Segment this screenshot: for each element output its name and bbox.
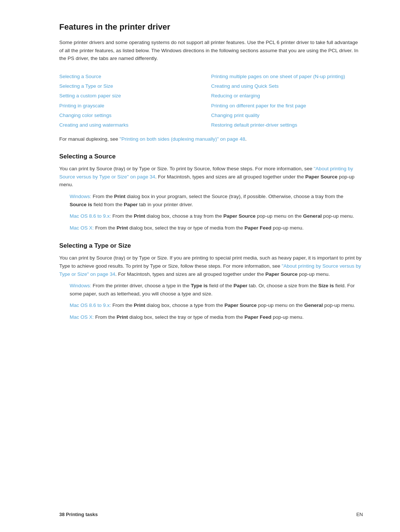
toc-right-link-1[interactable]: Creating and using Quick Sets <box>211 83 363 90</box>
section-selecting-source: Selecting a Source You can print by Sour… <box>59 153 363 232</box>
toc-left-link-1[interactable]: Selecting a Type or Size <box>59 83 211 90</box>
intro-paragraph: Some printer drivers and some operating … <box>59 39 363 63</box>
footer-page-number: 38 Printing tasks <box>59 512 98 517</box>
toc-left-link-0[interactable]: Selecting a Source <box>59 73 211 80</box>
subsection-macosx-typesize: Mac OS X: From the Print dialog box, sel… <box>70 313 359 321</box>
toc-grid: Selecting a SourceSelecting a Type or Si… <box>59 73 363 129</box>
toc-left-link-2[interactable]: Setting a custom paper size <box>59 92 211 100</box>
subsection-macosx-source: Mac OS X: From the Print dialog box, sel… <box>70 224 359 232</box>
subsection-label-windows-typesize: Windows: <box>70 283 93 288</box>
footer: 38 Printing tasks EN <box>59 512 363 517</box>
subsection-label-macos86-source: Mac OS 8.6 to 9.x: <box>70 213 113 219</box>
toc-left-link-3[interactable]: Printing in grayscale <box>59 102 211 110</box>
toc-right-link-3[interactable]: Printing on different paper for the firs… <box>211 102 363 110</box>
subsection-macos86-source: Mac OS 8.6 to 9.x: From the Print dialog… <box>70 212 359 220</box>
section-selecting-type-size: Selecting a Type or Size You can print b… <box>59 242 363 321</box>
subsection-windows-source: Windows: From the Print dialog box in yo… <box>70 193 359 208</box>
subsection-label-macosx-source: Mac OS X: <box>70 225 95 231</box>
subsection-text-macosx-typesize: From the Print dialog box, select the tr… <box>95 314 304 320</box>
footer-language: EN <box>356 512 363 517</box>
toc-right-column: Printing multiple pages on one sheet of … <box>211 73 363 129</box>
page-title: Features in the printer driver <box>59 22 363 32</box>
subsection-windows-typesize: Windows: From the printer driver, choose… <box>70 282 359 298</box>
subsection-label-windows-source: Windows: <box>70 194 93 199</box>
toc-right-link-5[interactable]: Restoring default printer-driver setting… <box>211 121 363 129</box>
duplex-link[interactable]: "Printing on both sides (duplexing manua… <box>120 136 245 142</box>
toc-left-link-4[interactable]: Changing color settings <box>59 112 211 119</box>
manual-duplex-note: For manual duplexing, see "Printing on b… <box>59 136 363 142</box>
subsection-text-macos86-source: From the Print dialog box, choose a tray… <box>113 213 354 219</box>
subsection-text-macosx-source: From the Print dialog box, select the tr… <box>95 225 304 231</box>
section-title-type-size: Selecting a Type or Size <box>59 242 363 250</box>
subsection-text-windows-typesize: From the printer driver, choose a type i… <box>70 283 355 297</box>
subsection-label-macos86-typesize: Mac OS 8.6 to 9.x: <box>70 302 113 308</box>
subsection-text-macos86-typesize: From the Print dialog box, choose a type… <box>113 302 355 308</box>
subsection-text-windows-source: From the Print dialog box in your progra… <box>70 194 343 207</box>
toc-left-column: Selecting a SourceSelecting a Type or Si… <box>59 73 211 129</box>
section-body-source: You can print by Source (tray) or by Typ… <box>59 165 363 189</box>
section-title-source: Selecting a Source <box>59 153 363 160</box>
type-size-ref-link[interactable]: "About printing by Source versus by Type… <box>59 263 361 277</box>
section-body-type-size: You can print by Source (tray) or by Typ… <box>59 254 363 278</box>
toc-left-link-5[interactable]: Creating and using watermarks <box>59 121 211 129</box>
toc-right-link-2[interactable]: Reducing or enlarging <box>211 92 363 100</box>
subsection-label-macosx-typesize: Mac OS X: <box>70 314 95 320</box>
toc-right-link-0[interactable]: Printing multiple pages on one sheet of … <box>211 73 363 80</box>
page-container: Features in the printer driver Some prin… <box>0 0 400 532</box>
subsection-macos86-typesize: Mac OS 8.6 to 9.x: From the Print dialog… <box>70 301 359 310</box>
toc-right-link-4[interactable]: Changing print quality <box>211 112 363 119</box>
